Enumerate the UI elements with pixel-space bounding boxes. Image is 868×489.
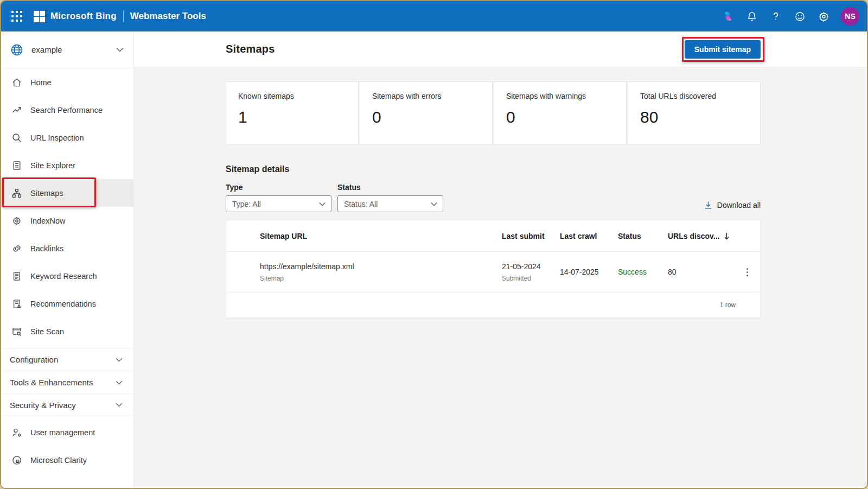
sidebar-item-label: Sitemaps	[30, 189, 63, 198]
notifications-bell-icon[interactable]	[742, 7, 762, 26]
sidebar-item-user-management[interactable]: User management	[1, 418, 133, 446]
download-icon	[704, 201, 712, 209]
submit-sitemap-button[interactable]: Submit sitemap	[685, 40, 761, 59]
feedback-smiley-icon[interactable]	[790, 7, 809, 26]
sidebar-item-label: Keyword Research	[30, 272, 97, 281]
page-title: Sitemaps	[226, 43, 275, 55]
sidebar-item-backlinks[interactable]: Backlinks	[1, 234, 133, 262]
sidebar-item-label: URL Inspection	[30, 134, 84, 142]
section-label: Tools & Enhancements	[10, 378, 93, 387]
sitemap-url-cell[interactable]: https://example/sitemap.xml	[260, 262, 502, 271]
table-row[interactable]: https://example/sitemap.xml Sitemap 21-0…	[226, 252, 760, 292]
stat-card-known-sitemaps: Known sitemaps 1	[226, 81, 359, 145]
brand-name: Microsoft Bing	[50, 11, 117, 22]
gear-bolt-icon	[11, 215, 22, 226]
hierarchy-icon	[11, 188, 22, 199]
row-count: 1 row	[720, 301, 736, 309]
brand-divider	[123, 10, 124, 22]
topbar-actions: NS	[718, 7, 859, 26]
sidebar-item-label: Recommendations	[30, 300, 96, 308]
chevron-down-icon	[116, 380, 123, 385]
column-header-last-submit[interactable]: Last submit	[502, 232, 560, 240]
status-filter-dropdown[interactable]: Status: All	[337, 195, 443, 212]
sidebar-item-microsoft-clarity[interactable]: Microsoft Clarity	[1, 446, 133, 474]
product-name: Webmaster Tools	[130, 11, 206, 22]
chevron-down-icon	[116, 403, 123, 407]
type-filter-value: Type: All	[232, 200, 261, 208]
trend-arrow-icon	[11, 105, 22, 116]
column-header-urls-discovered[interactable]: URLs discov...	[668, 232, 732, 240]
document-list-icon	[11, 160, 22, 171]
sidebar: example Home Search Performance	[1, 31, 134, 489]
chevron-down-icon	[431, 202, 437, 206]
stat-value: 0	[506, 108, 614, 126]
sidebar-item-label: Site Explorer	[30, 161, 75, 170]
download-all-button[interactable]: Download all	[704, 201, 761, 212]
last-submit-cell: 21-05-2024	[502, 262, 560, 271]
avatar[interactable]: NS	[841, 7, 859, 26]
site-name: example	[31, 45, 62, 54]
sidebar-item-url-inspection[interactable]: URL Inspection	[1, 124, 133, 151]
stat-card-total-urls: Total URLs discovered 80	[628, 81, 761, 145]
chevron-down-icon	[319, 202, 326, 206]
site-selector[interactable]: example	[1, 31, 133, 68]
sidebar-item-label: IndexNow	[30, 217, 65, 225]
sidebar-item-recommendations[interactable]: Recommendations	[1, 290, 133, 317]
sidebar-item-indexnow[interactable]: IndexNow	[1, 207, 133, 234]
stat-value: 80	[640, 108, 748, 126]
settings-gear-icon[interactable]	[814, 7, 833, 26]
status-filter-label: Status	[337, 183, 443, 192]
sidebar-section-security-privacy[interactable]: Security & Privacy	[1, 393, 133, 416]
chevron-down-icon	[116, 358, 123, 362]
sidebar-item-site-explorer[interactable]: Site Explorer	[1, 151, 133, 179]
stat-card-sitemaps-warnings: Sitemaps with warnings 0	[494, 81, 627, 145]
sidebar-item-label: Site Scan	[30, 327, 64, 336]
column-header-sitemap-url[interactable]: Sitemap URL	[260, 232, 502, 240]
window-scan-icon	[11, 326, 22, 337]
main-content: Sitemaps Submit sitemap Known sitemaps 1	[134, 31, 867, 489]
chevron-down-icon	[116, 47, 124, 52]
submit-note-cell: Submitted	[502, 275, 560, 282]
stats-row: Known sitemaps 1 Sitemaps with errors 0 …	[226, 81, 761, 145]
status-badge: Success	[618, 268, 668, 276]
last-crawl-cell: 14-07-2025	[560, 268, 618, 276]
sidebar-item-search-performance[interactable]: Search Performance	[1, 96, 133, 124]
column-header-last-crawl[interactable]: Last crawl	[560, 232, 618, 240]
column-header-status[interactable]: Status	[618, 232, 668, 240]
table-header-row: Sitemap URL Last submit Last crawl Statu…	[226, 220, 760, 251]
apps-grid-icon[interactable]	[8, 7, 26, 26]
home-icon	[11, 77, 22, 88]
sidebar-item-label: Microsoft Clarity	[30, 456, 87, 465]
app-window: Microsoft Bing Webmaster Tools	[0, 0, 868, 489]
sidebar-item-keyword-research[interactable]: Keyword Research	[1, 262, 133, 290]
sitemap-details-heading: Sitemap details	[226, 164, 761, 174]
sidebar-item-sitemaps[interactable]: Sitemaps	[1, 179, 133, 207]
sidebar-item-site-scan[interactable]: Site Scan	[1, 317, 133, 345]
type-filter-dropdown[interactable]: Type: All	[226, 195, 331, 212]
stat-label: Sitemaps with errors	[372, 92, 480, 100]
document-text-icon	[11, 271, 22, 282]
sitemaps-table: Sitemap URL Last submit Last crawl Statu…	[226, 220, 761, 318]
copilot-icon[interactable]	[718, 7, 738, 26]
top-bar: Microsoft Bing Webmaster Tools	[1, 1, 867, 31]
section-label: Configuration	[10, 355, 58, 364]
stat-value: 1	[238, 108, 346, 126]
sidebar-section-configuration[interactable]: Configuration	[1, 348, 133, 371]
sidebar-item-home[interactable]: Home	[1, 68, 133, 96]
row-actions-kebab-icon[interactable]	[741, 265, 754, 278]
user-gear-icon	[11, 427, 22, 438]
clarity-icon	[11, 455, 22, 466]
filter-row: Type Type: All Status Status: All	[226, 183, 761, 212]
sort-descending-icon	[724, 232, 730, 240]
sidebar-item-label: Backlinks	[30, 244, 63, 253]
document-alert-icon	[11, 299, 22, 309]
page-header: Sitemaps Submit sitemap	[134, 31, 867, 67]
sidebar-section-tools-enhancements[interactable]: Tools & Enhancements	[1, 371, 133, 393]
sitemap-type-cell: Sitemap	[260, 275, 502, 282]
status-filter-value: Status: All	[344, 200, 378, 208]
table-footer: 1 row	[226, 293, 760, 317]
microsoft-logo	[34, 11, 45, 22]
download-all-label: Download all	[717, 201, 761, 209]
help-icon[interactable]	[766, 7, 786, 26]
section-label: Security & Privacy	[10, 401, 76, 410]
